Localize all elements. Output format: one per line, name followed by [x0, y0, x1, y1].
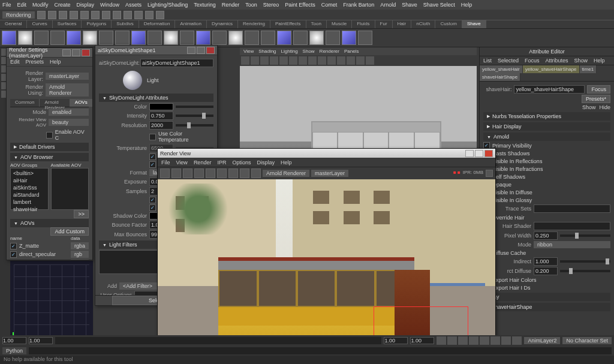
menu-render[interactable]: Render	[222, 2, 240, 8]
inddiff-slider[interactable]	[560, 270, 610, 272]
rv-close-icon[interactable]	[484, 150, 493, 157]
aov-data-0[interactable]: rgba	[71, 242, 89, 249]
rs-menu-edit[interactable]: Edit	[10, 59, 20, 65]
chk-aov-2[interactable]: ✓	[10, 260, 17, 260]
vp-tool-12[interactable]	[347, 56, 355, 65]
shelf-btn-23[interactable]	[358, 31, 372, 45]
shelf-btn-8[interactable]	[115, 31, 130, 45]
snap-point-icon[interactable]	[134, 11, 143, 19]
rs-minimize-icon[interactable]	[62, 49, 71, 56]
rv-clear-icon[interactable]	[486, 170, 493, 177]
menu-edit[interactable]: Edit	[17, 2, 27, 8]
rs-tab-common[interactable]: Common	[10, 99, 40, 107]
color-slider[interactable]	[176, 106, 213, 108]
color-swatch[interactable]	[149, 103, 173, 110]
step-back-icon[interactable]	[447, 336, 457, 345]
aov-grp-1[interactable]: aiHair	[12, 177, 47, 184]
shelf-tab-shave[interactable]: Shave	[462, 20, 486, 28]
new-icon[interactable]	[37, 11, 46, 19]
rv-menu-render[interactable]: Render	[194, 160, 212, 166]
chk-enableaov[interactable]	[46, 132, 53, 139]
sd-close-icon[interactable]	[206, 47, 215, 54]
snap-grid-icon[interactable]	[113, 11, 121, 19]
vp-menu-renderer[interactable]: Renderer	[320, 49, 339, 54]
rv-refresh-icon[interactable]	[206, 169, 215, 178]
sd-titlebar[interactable]: aiSkyDomeLightShape1	[95, 46, 217, 55]
vp-tool-8[interactable]	[308, 56, 317, 65]
pixelwidth-slider[interactable]	[560, 234, 610, 237]
vp-menu-shading[interactable]: Shading	[258, 49, 276, 54]
ae-menu-attributes[interactable]: Attributes	[546, 58, 568, 64]
sec-aovbrowser[interactable]: ▼AOV Browser	[10, 153, 89, 161]
shelf-btn-19[interactable]	[293, 31, 308, 45]
vp-menu-show[interactable]: Show	[303, 49, 315, 54]
range-end-input[interactable]	[410, 337, 434, 344]
shelf-btn-22[interactable]	[342, 31, 356, 45]
rv-titlebar[interactable]: Render View	[158, 149, 495, 158]
presets-button[interactable]: Presets*	[582, 95, 610, 103]
vp-tool-5[interactable]	[279, 56, 288, 65]
aov-grp-2[interactable]: aiSkinSss	[12, 184, 47, 191]
mode2-dropdown[interactable]: ribbon	[534, 241, 610, 248]
menu-texturing[interactable]: Texturing	[194, 2, 216, 8]
aov-data-1[interactable]: rgb	[71, 251, 89, 258]
shelf-btn-12[interactable]	[180, 31, 194, 45]
rv-keep-icon[interactable]	[228, 169, 238, 178]
shelf-tab-curves[interactable]: Curves	[27, 20, 52, 28]
ae-tab-3[interactable]: shaveHairShape	[480, 73, 520, 81]
time-slider-track[interactable]	[55, 337, 381, 344]
menu-assets[interactable]: Assets	[125, 2, 142, 8]
mode-dropdown-rs[interactable]: enabled	[49, 109, 89, 116]
menu-shave[interactable]: Shave	[402, 2, 417, 8]
material-swatch-icon[interactable]	[123, 71, 142, 90]
chk-aov-0[interactable]: ✓	[10, 243, 17, 249]
shelf-btn-9[interactable]	[131, 31, 146, 45]
ae-menu-help[interactable]: Help	[594, 58, 605, 64]
mode-dropdown[interactable]: Rendering	[2, 11, 35, 19]
shelf-btn-6[interactable]	[83, 31, 97, 45]
vp-tool-13[interactable]	[356, 56, 365, 65]
sec-lay[interactable]: ▶lay	[483, 293, 610, 301]
chk-normalize[interactable]: ✓	[149, 197, 156, 203]
ipr-icon[interactable]	[156, 11, 164, 19]
rs-tab-aovs[interactable]: AOVs	[70, 99, 92, 107]
vp-menu-panels[interactable]: Panels	[344, 49, 359, 54]
menu-help[interactable]: Help	[461, 2, 472, 8]
sec-defaultdrivers[interactable]: ▶Default Drivers	[10, 143, 89, 151]
aov-grp-4[interactable]: lambert	[12, 198, 47, 206]
shelf-tab-dynamics[interactable]: Dynamics	[207, 20, 238, 28]
script-lang-dropdown[interactable]: Python	[2, 347, 26, 354]
play-end-input[interactable]	[384, 337, 408, 344]
resolution-input[interactable]	[149, 121, 173, 130]
shelf-btn-16[interactable]	[245, 31, 259, 45]
pixelwidth-input[interactable]	[534, 231, 558, 240]
sec-skydomeattr[interactable]: ▼SkyDomeLight Attributes	[99, 94, 213, 102]
lasso-icon[interactable]	[102, 11, 110, 19]
menu-painteffects[interactable]: Paint Effects	[285, 2, 315, 8]
menu-arnold[interactable]: Arnold	[380, 2, 396, 8]
rv-minimize-icon[interactable]	[465, 150, 474, 157]
rs-titlebar[interactable]: Render Settings (masterLayer)	[7, 48, 92, 58]
vp-menu-view[interactable]: View	[243, 49, 254, 54]
indirect-slider[interactable]	[560, 260, 610, 263]
chk-colortemp[interactable]	[149, 134, 156, 140]
aov-grp-0[interactable]: <builtin>	[12, 170, 47, 177]
aov-move-button[interactable]: >>	[74, 210, 89, 218]
prev-key-icon[interactable]	[458, 336, 468, 345]
aov-data-2[interactable]: rgb	[71, 259, 89, 260]
shelf-tab-deformation[interactable]: Deformation	[139, 20, 176, 28]
renderlayer-dropdown[interactable]: masterLayer	[46, 73, 89, 80]
vp-tool-10[interactable]	[327, 56, 336, 65]
rv-render-icon[interactable]	[160, 169, 170, 178]
rv-ipr-icon[interactable]	[194, 169, 204, 178]
menu-comet[interactable]: Comet	[321, 2, 338, 8]
vp-tool-2[interactable]	[251, 56, 259, 65]
vp-tool-3[interactable]	[260, 56, 269, 65]
shelf-btn-11[interactable]	[164, 31, 178, 45]
shelf-btn-2[interactable]	[18, 31, 32, 45]
shelf-tab-subdivs[interactable]: Subdivs	[112, 20, 139, 28]
charset-dropdown[interactable]: No Character Set	[562, 337, 612, 344]
vp-tool-6[interactable]	[289, 56, 297, 65]
menu-stereo[interactable]: Stereo	[263, 2, 279, 8]
play-fwd-icon[interactable]	[480, 336, 489, 345]
